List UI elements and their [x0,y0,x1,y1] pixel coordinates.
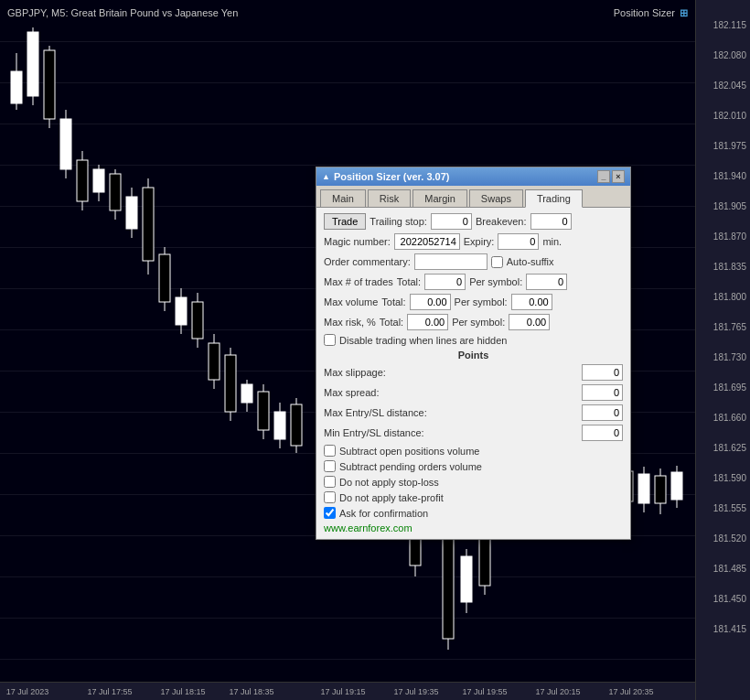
dialog-title-area: ▲ Position Sizer (ver. 3.07) [322,171,449,182]
time-axis: 17 Jul 2023 17 Jul 17:55 17 Jul 18:15 17… [0,682,695,700]
svg-rect-11 [93,169,104,192]
tab-trading[interactable]: Trading [525,189,583,208]
max-spread-input[interactable] [582,384,623,401]
price-label: 181.800 [713,292,746,302]
price-label: 181.520 [713,533,746,544]
svg-rect-23 [192,302,203,339]
time-label: 17 Jul 2023 [6,687,49,696]
auto-suffix-label: Auto-suffix [507,256,554,267]
subtract-open-label: Subtract open positions volume [339,446,479,457]
max-entry-sl-input[interactable] [582,404,623,421]
tab-main[interactable]: Main [320,189,366,207]
price-label: 181.660 [713,413,746,423]
subtract-pending-checkbox[interactable] [324,460,336,472]
svg-rect-21 [176,297,187,325]
row-max-slippage: Max slippage: [324,364,623,381]
disable-trading-checkbox[interactable] [324,334,336,346]
subtract-pending-label: Subtract pending orders volume [339,461,482,472]
price-label: 182.115 [713,20,746,30]
breakeven-label: Breakeven: [476,216,527,227]
svg-rect-13 [110,174,121,210]
price-label: 182.010 [713,111,746,121]
magic-number-label: Magic number: [324,236,391,247]
svg-rect-5 [44,50,55,119]
max-volume-total-input[interactable] [410,294,451,310]
time-label: 17 Jul 18:15 [160,687,205,696]
svg-rect-9 [77,160,88,201]
points-section-header: Points [324,350,623,361]
dialog-content: Trade Trailing stop: Breakeven: Magic nu… [316,208,630,539]
min-entry-sl-label: Min Entry/SL distance: [324,427,424,438]
breakeven-input[interactable] [530,213,572,230]
no-tp-checkbox[interactable] [324,491,336,503]
svg-rect-1 [11,71,22,103]
row-max-spread: Max spread: [324,384,623,401]
dialog-titlebar[interactable]: ▲ Position Sizer (ver. 3.07) _ × [316,167,630,186]
min-entry-sl-input[interactable] [582,425,623,441]
max-entry-sl-label: Max Entry/SL distance: [324,407,427,418]
max-risk-per-symbol-label: Per symbol: [452,317,505,328]
order-commentary-input[interactable] [414,253,488,270]
price-label: 181.590 [713,473,746,483]
title-arrow-icon: ▲ [322,172,330,181]
website-link[interactable]: www.earnforex.com [324,522,623,533]
svg-rect-7 [60,119,71,169]
expiry-unit-label: min. [542,236,562,247]
trade-button[interactable]: Trade [324,213,366,230]
svg-rect-27 [225,355,236,412]
row-disable-trading: Disable trading when lines are hidden [324,334,623,346]
auto-suffix-checkbox[interactable] [491,256,503,268]
price-label: 181.625 [713,443,746,453]
magic-number-input[interactable] [394,233,460,250]
max-spread-label: Max spread: [324,387,380,398]
row-ask-confirmation: Ask for confirmation [324,507,623,519]
subtract-open-checkbox[interactable] [324,445,336,457]
position-sizer-dialog: ▲ Position Sizer (ver. 3.07) _ × Main Ri… [316,167,631,540]
price-label: 181.870 [713,232,746,242]
price-axis: 182.115 182.080 182.045 182.010 181.975 … [695,0,750,700]
row-max-entry-sl: Max Entry/SL distance: [324,404,623,421]
svg-rect-31 [258,392,269,430]
close-button[interactable]: × [612,170,625,183]
svg-rect-15 [126,197,137,229]
max-slippage-input[interactable] [582,364,623,381]
max-volume-per-symbol-label: Per symbol: [455,296,508,307]
price-label: 182.045 [713,81,746,91]
row-max-trades: Max # of trades Total: Per symbol: [324,274,623,290]
max-trades-total-input[interactable] [424,274,466,290]
svg-rect-69 [655,476,666,503]
svg-rect-71 [671,472,682,500]
svg-rect-67 [638,474,649,503]
time-label: 17 Jul 19:35 [393,687,438,696]
max-risk-label: Max risk, % [324,317,376,328]
price-label: 181.450 [713,594,746,604]
disable-trading-label: Disable trading when lines are hidden [339,335,507,346]
max-trades-per-symbol-input[interactable] [526,274,567,290]
price-label: 181.415 [713,624,746,634]
tab-risk[interactable]: Risk [368,189,411,207]
expiry-input[interactable] [498,233,539,250]
max-trades-per-symbol-label: Per symbol: [469,276,522,287]
tab-margin[interactable]: Margin [412,189,467,207]
row-subtract-open: Subtract open positions volume [324,445,623,457]
max-risk-per-symbol-input[interactable] [509,314,550,330]
max-trades-total-label: Total: [397,276,421,287]
tab-swaps[interactable]: Swaps [469,189,523,207]
time-label: 17 Jul 18:35 [229,687,273,696]
max-risk-total-label: Total: [380,317,403,328]
price-label: 181.695 [713,382,746,393]
trailing-stop-input[interactable] [431,213,472,230]
price-label: 181.485 [713,564,746,574]
ask-confirmation-checkbox[interactable] [324,507,336,519]
row-max-volume: Max volume Total: Per symbol: [324,294,623,310]
minimize-button[interactable]: _ [597,170,610,183]
no-sl-checkbox[interactable] [324,476,336,488]
max-volume-per-symbol-input[interactable] [511,294,552,310]
row-magic-expiry: Magic number: Expiry: min. [324,233,623,250]
row-trade-trailing: Trade Trailing stop: Breakeven: [324,213,623,230]
order-commentary-label: Order commentary: [324,256,411,267]
svg-rect-25 [209,343,220,380]
max-risk-total-input[interactable] [407,314,448,330]
no-sl-label: Do not apply stop-loss [339,477,439,488]
price-label: 182.080 [713,50,746,60]
